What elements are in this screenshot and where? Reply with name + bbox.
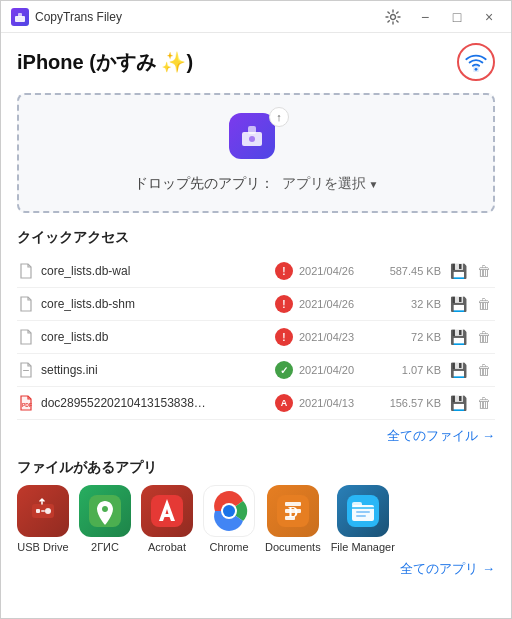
quick-access-title: クイックアクセス — [17, 229, 495, 247]
settings-button[interactable] — [381, 5, 405, 29]
file-name: core_lists.db-shm — [41, 297, 269, 311]
svg-point-7 — [249, 136, 255, 142]
svg-rect-1 — [18, 13, 22, 17]
svg-rect-27 — [356, 511, 370, 513]
svg-rect-28 — [356, 515, 366, 517]
svg-text:D: D — [288, 505, 298, 520]
svg-rect-13 — [41, 510, 45, 512]
documents-icon: D — [267, 485, 319, 537]
file-badge: ✓ — [275, 361, 293, 379]
svg-rect-6 — [248, 126, 256, 134]
save-button[interactable]: 💾 — [447, 293, 469, 315]
file-icon — [17, 295, 35, 313]
drop-zone[interactable]: ↑ ドロップ先のアプリ： アプリを選択 ▼ — [17, 93, 495, 213]
save-button[interactable]: 💾 — [447, 359, 469, 381]
title-bar-controls: − □ × — [381, 5, 501, 29]
delete-button[interactable]: 🗑 — [473, 293, 495, 315]
app-item-documents[interactable]: D Documents — [265, 485, 321, 553]
delete-button[interactable]: 🗑 — [473, 260, 495, 282]
file-date: 2021/04/13 — [299, 397, 371, 409]
delete-button[interactable]: 🗑 — [473, 359, 495, 381]
drop-zone-app-icon — [229, 113, 275, 159]
page-title: iPhone (かすみ ✨) — [17, 49, 193, 76]
main-window: CopyTrans Filey − □ × iPhone (かすみ ✨) — [0, 0, 512, 619]
app-select-button[interactable]: アプリを選択 ▼ — [282, 175, 379, 193]
file-size: 1.07 KB — [377, 364, 441, 376]
table-row: core_lists.db-wal ! 2021/04/26 587.45 KB… — [17, 255, 495, 288]
file-icon — [17, 262, 35, 280]
drop-zone-text: ドロップ先のアプリ： アプリを選択 ▼ — [134, 175, 379, 193]
file-list: core_lists.db-wal ! 2021/04/26 587.45 KB… — [17, 255, 495, 420]
app-item-acrobat[interactable]: Acrobat — [141, 485, 193, 553]
table-row: core_lists.db-shm ! 2021/04/26 32 KB 💾 🗑 — [17, 288, 495, 321]
file-name: core_lists.db — [41, 330, 269, 344]
title-bar: CopyTrans Filey − □ × — [1, 1, 511, 33]
app-item-file-manager[interactable]: File Manager — [331, 485, 395, 553]
file-badge: ! — [275, 328, 293, 346]
file-icon — [17, 328, 35, 346]
maximize-button[interactable]: □ — [445, 5, 469, 29]
file-name: settings.ini — [41, 363, 269, 377]
apps-grid: USB Drive 2ГИС — [17, 485, 495, 553]
file-date: 2021/04/26 — [299, 298, 371, 310]
file-size: 72 KB — [377, 331, 441, 343]
file-name: doc28955220210413153838… — [41, 396, 269, 410]
app-item-label: Chrome — [209, 541, 248, 553]
2gis-icon — [79, 485, 131, 537]
all-files-link-container: 全てのファイル → — [17, 426, 495, 445]
file-name: core_lists.db-wal — [41, 264, 269, 278]
app-item-2gis[interactable]: 2ГИС — [79, 485, 131, 553]
app-item-usb-drive[interactable]: USB Drive — [17, 485, 69, 553]
app-item-label: Acrobat — [148, 541, 186, 553]
app-icon — [11, 8, 29, 26]
file-icon — [17, 361, 35, 379]
file-date: 2021/04/23 — [299, 331, 371, 343]
svg-rect-8 — [23, 370, 29, 371]
file-date: 2021/04/20 — [299, 364, 371, 376]
title-bar-title: CopyTrans Filey — [35, 10, 122, 24]
acrobat-icon — [141, 485, 193, 537]
drop-zone-arrow: ↑ — [269, 107, 289, 127]
file-actions: 💾 🗑 — [447, 392, 495, 414]
app-item-label: USB Drive — [17, 541, 68, 553]
close-button[interactable]: × — [477, 5, 501, 29]
file-size: 587.45 KB — [377, 265, 441, 277]
table-row: PDF doc28955220210413153838… A 2021/04/1… — [17, 387, 495, 420]
app-item-label: Documents — [265, 541, 321, 553]
svg-rect-4 — [473, 64, 479, 72]
file-actions: 💾 🗑 — [447, 260, 495, 282]
file-badge: ! — [275, 262, 293, 280]
table-row: settings.ini ✓ 2021/04/20 1.07 KB 💾 🗑 — [17, 354, 495, 387]
table-row: core_lists.db ! 2021/04/23 72 KB 💾 🗑 — [17, 321, 495, 354]
delete-button[interactable]: 🗑 — [473, 326, 495, 348]
all-apps-link[interactable]: 全てのアプリ → — [400, 561, 495, 576]
file-date: 2021/04/26 — [299, 265, 371, 277]
svg-point-18 — [223, 505, 235, 517]
all-files-link[interactable]: 全てのファイル → — [387, 428, 495, 443]
save-button[interactable]: 💾 — [447, 260, 469, 282]
all-apps-link-container: 全てのアプリ → — [17, 559, 495, 578]
save-button[interactable]: 💾 — [447, 326, 469, 348]
content-area: iPhone (かすみ ✨) — [1, 33, 511, 618]
file-icon: PDF — [17, 394, 35, 412]
save-button[interactable]: 💾 — [447, 392, 469, 414]
svg-text:PDF: PDF — [22, 402, 32, 408]
svg-rect-26 — [352, 502, 362, 507]
file-actions: 💾 🗑 — [447, 326, 495, 348]
apps-section-title: ファイルがあるアプリ — [17, 459, 495, 477]
app-item-chrome[interactable]: Chrome — [203, 485, 255, 553]
title-bar-left: CopyTrans Filey — [11, 8, 122, 26]
wifi-badge[interactable] — [457, 43, 495, 81]
file-badge: ! — [275, 295, 293, 313]
file-badge: A — [275, 394, 293, 412]
drop-zone-icon: ↑ — [229, 113, 283, 167]
app-item-label: 2ГИС — [91, 541, 119, 553]
delete-button[interactable]: 🗑 — [473, 392, 495, 414]
app-item-label: File Manager — [331, 541, 395, 553]
minimize-button[interactable]: − — [413, 5, 437, 29]
usb-drive-icon — [17, 485, 69, 537]
chrome-icon — [203, 485, 255, 537]
svg-point-2 — [391, 14, 396, 19]
svg-rect-11 — [36, 509, 40, 513]
file-size: 156.57 KB — [377, 397, 441, 409]
